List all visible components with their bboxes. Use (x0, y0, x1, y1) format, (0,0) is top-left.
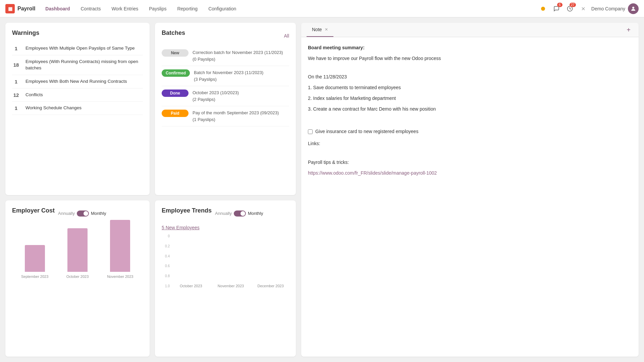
note-checkbox-row: Give insurance card to new registered em… (308, 128, 632, 136)
batch-desc-3: October 2023 (10/2023) (193, 89, 239, 96)
batch-info-3: October 2023 (10/2023) (2 Payslips) (193, 89, 239, 103)
avatar[interactable] (628, 3, 639, 14)
employer-cost-toggle-switch[interactable] (77, 210, 89, 217)
messages-button[interactable]: 6 (551, 3, 562, 14)
warning-text-4: Conflicts (25, 92, 43, 98)
trends-annually-label: Annually (215, 211, 232, 216)
company-name[interactable]: Demo Company (591, 6, 625, 11)
chart-group-oct: October 2023 (57, 228, 97, 279)
employee-trends-header: Employee Trends Annually Monthly (162, 207, 289, 220)
warning-item-4[interactable]: 12 Conflicts (12, 88, 143, 102)
batch-status-1: New (162, 49, 189, 57)
batches-header: Batches All (162, 29, 289, 42)
note-checkbox[interactable] (308, 129, 313, 134)
employer-cost-toggle: Annually Monthly (58, 210, 106, 217)
nav-dashboard[interactable]: Dashboard (41, 3, 74, 14)
batch-desc-2: Batch for November 2023 (11/2023) (194, 69, 263, 76)
employer-cost-title: Employer Cost (12, 207, 55, 214)
trend-group-nov: November 2023 (212, 283, 250, 288)
warning-count-4: 12 (12, 92, 20, 98)
nav-reporting[interactable]: Reporting (172, 3, 202, 14)
trend-label-nov: November 2023 (218, 284, 244, 288)
toggle-knob (84, 211, 88, 216)
batch-payslips-1: (0 Payslips) (193, 56, 283, 63)
batch-item-2[interactable]: Confirmed Batch for November 2023 (11/20… (162, 66, 289, 86)
warning-item-2[interactable]: 18 Employees (With Running Contracts) mi… (12, 55, 143, 75)
note-card: Note ✕ + Board meeting summary: We have … (301, 23, 639, 357)
batch-info-2: Batch for November 2023 (11/2023) (3 Pay… (194, 69, 263, 82)
warning-item-5[interactable]: 1 Working Schedule Changes (12, 102, 143, 115)
chart-group-nov: November 2023 (100, 220, 140, 279)
warning-text-1: Employees With Multiple Open Payslips of… (25, 45, 135, 52)
main-content: Warnings 1 Employees With Multiple Open … (0, 17, 644, 362)
svg-point-0 (541, 7, 545, 11)
navbar-right: 6 27 Demo Company (538, 3, 639, 14)
employee-trends-toggle-switch[interactable] (234, 210, 246, 217)
trend-group-dec: December 2023 (252, 283, 289, 288)
note-paragraph1: We have to improve our Payroll flow with… (308, 55, 632, 63)
batches-card: Batches All New Correction batch for Nov… (155, 23, 296, 195)
batch-status-2: Confirmed (162, 69, 190, 77)
warning-item-3[interactable]: 1 Employees With Both New And Running Co… (12, 75, 143, 88)
employer-cost-header: Employer Cost Annually Monthly (12, 207, 143, 220)
activities-badge: 27 (570, 3, 576, 7)
note-item2: 2. Index salaries for Marketing departme… (308, 95, 632, 103)
note-item3: 3. Create a new contract for Marc Demo w… (308, 105, 632, 113)
batch-payslips-2: (3 Payslips) (194, 76, 263, 83)
svg-point-4 (632, 7, 634, 9)
batch-status-4: Paid (162, 110, 189, 117)
messages-badge: 6 (557, 3, 562, 7)
note-payroll-tips-url[interactable]: https://www.odoo.com/fr_FR/slides/slide/… (308, 170, 437, 176)
employee-trends-title: Employee Trends (162, 207, 212, 214)
note-heading2: On the 11/28/2023 (308, 73, 632, 81)
note-links-label: Links: (308, 140, 632, 148)
note-add-button[interactable]: + (624, 23, 633, 37)
y-label-3: 0.4 (162, 254, 170, 258)
batch-item-4[interactable]: Paid Pay of the month September 2023 (09… (162, 106, 289, 126)
batch-item-1[interactable]: New Correction batch for November 2023 (… (162, 46, 289, 66)
note-tab-label: Note (312, 27, 322, 32)
note-tab[interactable]: Note ✕ (307, 23, 333, 37)
note-tabs: Note ✕ + (301, 23, 639, 37)
nav-payslips[interactable]: Payslips (144, 3, 171, 14)
trend-label-oct: October 2023 (180, 284, 202, 288)
warnings-list: 1 Employees With Multiple Open Payslips … (12, 42, 143, 115)
batches-list: New Correction batch for November 2023 (… (162, 46, 289, 126)
batch-item-3[interactable]: Done October 2023 (10/2023) (2 Payslips) (162, 86, 289, 106)
batch-payslips-4: (1 Payslips) (193, 116, 279, 123)
monthly-label: Monthly (91, 211, 106, 216)
annually-label: Annually (58, 211, 75, 216)
trend-label-dec: December 2023 (258, 284, 284, 288)
note-item1: 1. Save documents to terminated employee… (308, 84, 632, 92)
nav-configuration[interactable]: Configuration (204, 3, 241, 14)
warning-text-2: Employees (With Running Contracts) missi… (25, 59, 143, 71)
batch-payslips-3: (2 Payslips) (193, 96, 239, 103)
nav-work-entries[interactable]: Work Entries (107, 3, 143, 14)
y-label-5: 0.8 (162, 274, 170, 278)
trend-group-oct: October 2023 (172, 283, 210, 288)
new-employees-link[interactable]: 5 New Employees (162, 225, 289, 230)
y-label-4: 0.6 (162, 264, 170, 268)
warning-count-5: 1 (12, 105, 20, 111)
batches-title: Batches (162, 29, 185, 37)
employer-cost-chart: September 2023 October 2023 November 202… (12, 225, 143, 279)
note-checkbox-label: Give insurance card to new registered em… (315, 128, 418, 136)
warning-item-1[interactable]: 1 Employees With Multiple Open Payslips … (12, 42, 143, 55)
trends-toggle-knob (240, 211, 245, 216)
note-body: Board meeting summary: We have to improv… (301, 37, 639, 184)
batch-desc-1: Correction batch for November 2023 (11/2… (193, 49, 283, 56)
brand-icon: ▦ (5, 4, 15, 13)
note-payroll-tips-label: Payroll tips & tricks: (308, 159, 632, 167)
bar-label-nov: November 2023 (107, 275, 133, 279)
brand[interactable]: ▦ Payroll (5, 4, 35, 13)
activities-button[interactable]: 27 (565, 3, 575, 14)
close-button[interactable] (578, 3, 589, 14)
batches-all-link[interactable]: All (284, 33, 289, 39)
trends-chart-container: 1.0 0.8 0.6 0.4 0.2 0 October 2023 Novem… (162, 234, 289, 288)
warnings-title: Warnings (12, 29, 143, 37)
nav-contracts[interactable]: Contracts (76, 3, 105, 14)
note-close-icon[interactable]: ✕ (325, 27, 328, 32)
employee-trends-card: Employee Trends Annually Monthly 5 New E… (155, 200, 296, 357)
warning-count-2: 18 (12, 62, 20, 68)
status-indicator[interactable] (538, 3, 548, 14)
